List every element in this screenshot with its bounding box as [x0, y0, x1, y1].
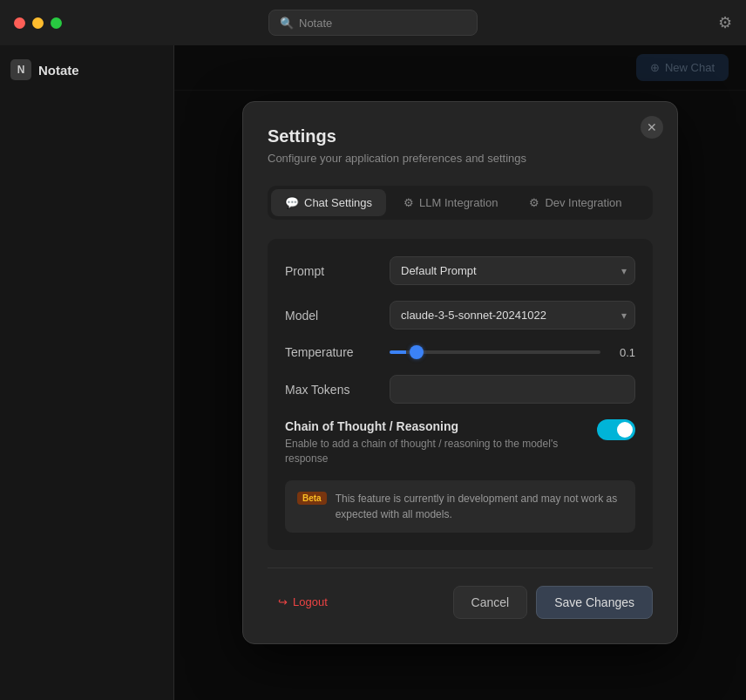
footer-actions: Cancel Save Changes — [453, 586, 653, 619]
beta-text: This feature is currently in development… — [336, 491, 623, 522]
dev-tab-label: Dev Integration — [545, 196, 621, 209]
model-row: Model claude-3-5-sonnet-20241022claude-3… — [285, 301, 635, 330]
save-label: Save Changes — [554, 595, 634, 609]
app-logo-icon: N — [10, 59, 31, 80]
modal-title: Settings — [268, 126, 653, 146]
save-changes-button[interactable]: Save Changes — [536, 586, 653, 619]
modal-divider — [268, 567, 653, 568]
sidebar-logo: N Notate — [10, 59, 163, 80]
settings-modal: ✕ Settings Configure your application pr… — [242, 101, 678, 644]
max-tokens-row: Max Tokens 8192 — [285, 375, 635, 404]
temperature-slider[interactable] — [390, 350, 600, 354]
model-select-wrap: claude-3-5-sonnet-20241022claude-3-opusg… — [390, 301, 635, 330]
beta-badge: Beta — [297, 492, 327, 505]
beta-notice: Beta This feature is currently in develo… — [285, 480, 635, 533]
model-label: Model — [285, 309, 390, 323]
temperature-label: Temperature — [285, 345, 390, 359]
cot-toggle[interactable] — [597, 419, 635, 440]
settings-card: Prompt Default PromptCustom Prompt ▾ Mod… — [268, 239, 653, 550]
search-bar[interactable]: 🔍 Notate — [268, 10, 478, 36]
close-traffic-light[interactable] — [14, 17, 25, 29]
model-select[interactable]: claude-3-5-sonnet-20241022claude-3-opusg… — [390, 301, 635, 330]
chat-tab-label: Chat Settings — [304, 196, 372, 209]
toggle-thumb — [617, 422, 633, 438]
prompt-select-wrap: Default PromptCustom Prompt ▾ — [390, 256, 635, 285]
tab-dev-integration[interactable]: ⚙ Dev Integration — [515, 189, 635, 216]
title-bar: 🔍 Notate ⚙ — [0, 0, 746, 45]
search-text: Notate — [299, 17, 332, 30]
app-container: N Notate ⊕ New Chat ✕ Settings Configure… — [0, 45, 746, 700]
modal-overlay: ✕ Settings Configure your application pr… — [174, 45, 746, 700]
modal-close-button[interactable]: ✕ — [641, 116, 663, 139]
prompt-row: Prompt Default PromptCustom Prompt ▾ — [285, 256, 635, 285]
close-icon: ✕ — [647, 121, 657, 133]
sidebar: N Notate — [0, 45, 174, 700]
max-tokens-input[interactable]: 8192 — [390, 375, 635, 404]
app-name: Notate — [38, 63, 79, 78]
cot-section: Chain of Thought / Reasoning Enable to a… — [285, 419, 635, 533]
cot-header: Chain of Thought / Reasoning Enable to a… — [285, 419, 635, 466]
chat-tab-icon: 💬 — [285, 196, 299, 209]
cancel-label: Cancel — [471, 595, 510, 609]
modal-subtitle: Configure your application preferences a… — [268, 152, 653, 165]
gear-icon[interactable]: ⚙ — [718, 13, 732, 32]
search-icon: 🔍 — [280, 17, 294, 30]
cot-description: Enable to add a chain of thought / reaso… — [285, 437, 597, 466]
temperature-slider-wrap: 0.1 — [390, 346, 635, 359]
cancel-button[interactable]: Cancel — [453, 586, 528, 619]
prompt-select[interactable]: Default PromptCustom Prompt — [390, 256, 635, 285]
llm-tab-label: LLM Integration — [419, 196, 498, 209]
cot-title: Chain of Thought / Reasoning — [285, 419, 597, 433]
main-content: ⊕ New Chat ✕ Settings Configure your app… — [174, 45, 746, 700]
maximize-traffic-light[interactable] — [51, 17, 62, 29]
temperature-value: 0.1 — [611, 346, 635, 359]
llm-tab-icon: ⚙ — [404, 196, 414, 209]
tabs-container: 💬 Chat Settings ⚙ LLM Integration ⚙ Dev … — [268, 186, 653, 220]
modal-footer: ↪ Logout Cancel Save Changes — [268, 586, 653, 619]
toggle-track — [597, 419, 635, 440]
prompt-label: Prompt — [285, 264, 390, 278]
temperature-row: Temperature 0.1 — [285, 345, 635, 359]
dev-tab-icon: ⚙ — [529, 196, 539, 209]
cot-text: Chain of Thought / Reasoning Enable to a… — [285, 419, 597, 466]
logout-label: Logout — [293, 595, 328, 608]
tab-llm-integration[interactable]: ⚙ LLM Integration — [390, 189, 512, 216]
logout-icon: ↪ — [278, 595, 288, 608]
tab-chat-settings[interactable]: 💬 Chat Settings — [271, 189, 386, 216]
max-tokens-label: Max Tokens — [285, 383, 390, 397]
minimize-traffic-light[interactable] — [32, 17, 44, 29]
traffic-lights — [14, 17, 62, 29]
logout-button[interactable]: ↪ Logout — [268, 588, 338, 615]
